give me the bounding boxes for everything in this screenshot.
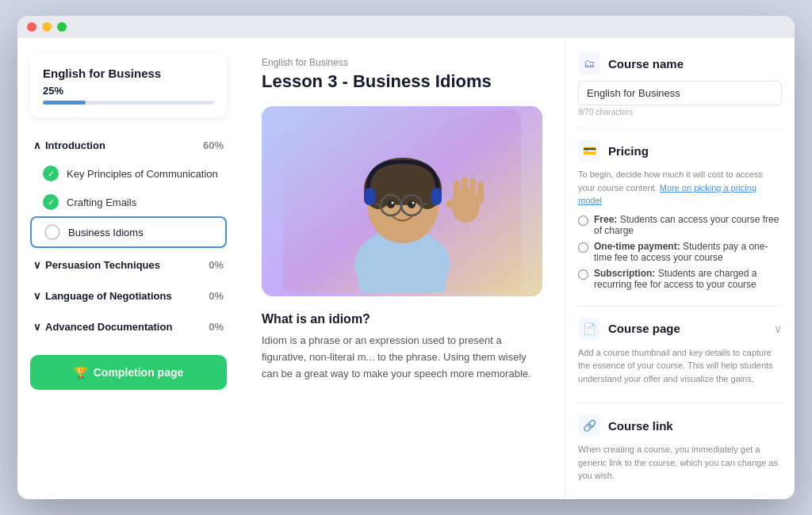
completion-button[interactable]: 🏆 Completion page	[30, 355, 227, 390]
course-name-input[interactable]	[578, 81, 782, 105]
course-name-icon: 🗂	[578, 52, 600, 74]
svg-rect-21	[462, 177, 468, 204]
content-title: Lesson 3 - Business Idioms	[262, 71, 542, 92]
lesson-label: Key Principles of Communication	[67, 168, 218, 180]
lesson-check-done: ✓	[43, 166, 59, 181]
svg-point-13	[387, 200, 395, 208]
main-window: English for Business 25% ∧ Introduction …	[17, 16, 795, 499]
progress-label: 25%	[43, 85, 214, 97]
lesson-check-done: ✓	[43, 194, 59, 210]
section-persuasion-title: ∨ Persuasion Techniques	[33, 259, 160, 271]
trophy-icon: 🏆	[74, 366, 87, 379]
titlebar	[17, 16, 795, 38]
chevron-up-icon: ∧	[33, 139, 41, 151]
section-negotiations-title: ∨ Language of Negotiations	[33, 290, 172, 302]
svg-rect-2	[358, 245, 446, 292]
section-negotiations: ∨ Language of Negotiations 0%	[30, 282, 227, 310]
section-documentation-header[interactable]: ∨ Advanced Documentation 0%	[30, 313, 227, 341]
lesson-key-principles[interactable]: ✓ Key Principles of Communication	[30, 159, 227, 188]
section-negotiations-header[interactable]: ∨ Language of Negotiations 0%	[30, 282, 227, 310]
maximize-button[interactable]	[57, 22, 67, 32]
section-persuasion-pct: 0%	[209, 259, 224, 271]
progress-bar-fill	[43, 101, 86, 105]
course-name-title: Course name	[608, 57, 782, 71]
pricing-option-subscription[interactable]: Subscription: Students are charged a rec…	[578, 268, 782, 290]
completion-label: Completion page	[94, 366, 184, 379]
section-introduction: ∧ Introduction 60% ✓ Key Principles of C…	[30, 132, 227, 248]
course-link-desc: When creating a course, you immediately …	[578, 443, 782, 483]
svg-rect-18	[431, 188, 442, 205]
course-card: English for Business 25%	[30, 54, 227, 117]
svg-rect-23	[477, 181, 484, 204]
section-text: Idiom is a phrase or an expression used …	[262, 333, 542, 382]
panel-course-page-header[interactable]: 📄 Course page ∨	[578, 318, 782, 340]
chevron-down-icon: ∨	[33, 321, 41, 333]
close-button[interactable]	[27, 22, 36, 32]
panel-pricing-header: 💳 Pricing	[578, 139, 782, 162]
panel-course-page: 📄 Course page ∨ Add a course thumbnail a…	[578, 318, 782, 404]
pricing-icon: 💳	[578, 139, 600, 162]
person-illustration	[283, 110, 521, 292]
section-title: What is an idiom?	[262, 312, 542, 326]
svg-rect-17	[364, 188, 375, 205]
course-page-desc: Add a course thumbnail and key details t…	[578, 346, 782, 386]
chevron-down-icon: ∨	[33, 259, 41, 271]
section-introduction-pct: 60%	[203, 139, 224, 151]
section-persuasion-header[interactable]: ∨ Persuasion Techniques 0%	[30, 251, 227, 279]
section-documentation-pct: 0%	[209, 321, 224, 333]
panel-course-name: 🗂 Course name 8/70 characters	[578, 52, 782, 128]
pricing-option-free[interactable]: Free: Students can access your course fr…	[578, 214, 782, 236]
course-page-icon: 📄	[578, 318, 600, 340]
chevron-down-icon: ∨	[33, 290, 41, 302]
lesson-image	[262, 106, 542, 296]
lesson-label: Business Idioms	[68, 227, 144, 238]
lesson-crafting-emails[interactable]: ✓ Crafting Emails	[30, 188, 227, 216]
lesson-check-pending	[44, 224, 60, 240]
right-panel: 🗂 Course name 8/70 characters 💳 Pricing …	[565, 38, 795, 499]
sidebar: English for Business 25% ∧ Introduction …	[17, 38, 239, 499]
panel-course-link-header: 🔗 Course link	[578, 414, 782, 437]
breadcrumb: English for Business	[262, 57, 542, 68]
section-documentation-title: ∨ Advanced Documentation	[33, 321, 172, 333]
section-documentation: ∨ Advanced Documentation 0%	[30, 313, 227, 341]
svg-point-15	[392, 202, 394, 204]
section-persuasion: ∨ Persuasion Techniques 0%	[30, 251, 227, 279]
lesson-business-idioms[interactable]: Business Idioms	[30, 216, 227, 248]
pricing-description: To begin, decide how much it will cost t…	[578, 168, 782, 208]
svg-rect-22	[469, 178, 476, 204]
course-link-title: Course link	[608, 419, 782, 433]
section-introduction-title: ∧ Introduction	[33, 139, 105, 151]
section-introduction-header[interactable]: ∧ Introduction 60%	[30, 132, 227, 159]
panel-course-name-header: 🗂 Course name	[578, 52, 782, 74]
pricing-option-onetime[interactable]: One-time payment: Students pay a one-tim…	[578, 241, 782, 263]
panel-course-link: 🔗 Course link When creating a course, yo…	[578, 414, 782, 499]
pricing-title: Pricing	[608, 144, 782, 158]
svg-point-14	[408, 200, 416, 208]
course-page-title: Course page	[608, 322, 766, 335]
panel-pricing: 💳 Pricing To begin, decide how much it w…	[578, 139, 782, 307]
lesson-label: Crafting Emails	[67, 196, 136, 208]
sidebar-course-title: English for Business	[43, 67, 214, 80]
minimize-button[interactable]	[42, 22, 52, 32]
section-negotiations-pct: 0%	[209, 290, 224, 302]
course-name-hint: 8/70 characters	[578, 108, 782, 116]
course-page-chevron: ∨	[774, 322, 782, 335]
progress-bar-bg	[43, 101, 214, 105]
svg-point-16	[412, 202, 415, 204]
course-link-icon: 🔗	[578, 414, 600, 437]
content-area: English for Business Lesson 3 - Business…	[239, 38, 565, 499]
